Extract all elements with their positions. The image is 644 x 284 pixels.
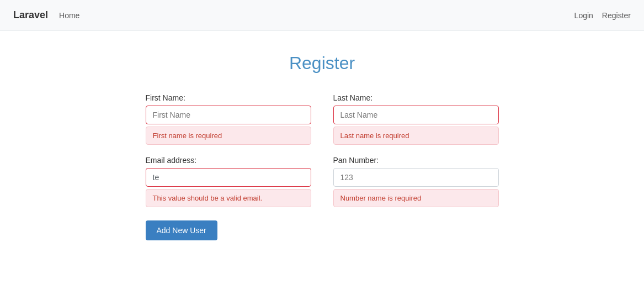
navbar-brand[interactable]: Laravel (13, 9, 48, 21)
main-content: Register First Name: First name is requi… (0, 31, 644, 262)
last-name-group: Last Name: Last name is required (333, 93, 499, 145)
pan-label: Pan Number: (333, 156, 499, 165)
first-name-input[interactable] (146, 106, 311, 124)
add-new-user-button[interactable]: Add New User (146, 220, 217, 240)
email-input[interactable] (146, 168, 311, 187)
last-name-label: Last Name: (333, 93, 499, 102)
last-name-error: Last name is required (333, 127, 499, 145)
nav-link-register[interactable]: Register (602, 11, 631, 20)
navbar-nav: Home (59, 11, 574, 20)
email-label: Email address: (146, 156, 311, 165)
first-name-group: First Name: First name is required (146, 93, 311, 145)
navbar-right: Login Register (574, 11, 631, 20)
email-group: Email address: This value should be a va… (146, 156, 311, 207)
last-name-input[interactable] (333, 106, 499, 124)
nav-link-home[interactable]: Home (59, 11, 79, 20)
nav-link-login[interactable]: Login (574, 11, 593, 20)
navbar: Laravel Home Login Register (0, 0, 644, 31)
first-name-error: First name is required (146, 127, 311, 145)
register-form: First Name: First name is required Last … (146, 93, 499, 240)
pan-number-group: Pan Number: Number name is required (333, 156, 499, 207)
first-name-label: First Name: (146, 93, 311, 102)
page-title: Register (289, 53, 355, 73)
button-row: Add New User (146, 220, 311, 240)
pan-error: Number name is required (333, 189, 499, 207)
pan-input[interactable] (333, 168, 499, 187)
email-error: This value should be a valid email. (146, 189, 311, 207)
